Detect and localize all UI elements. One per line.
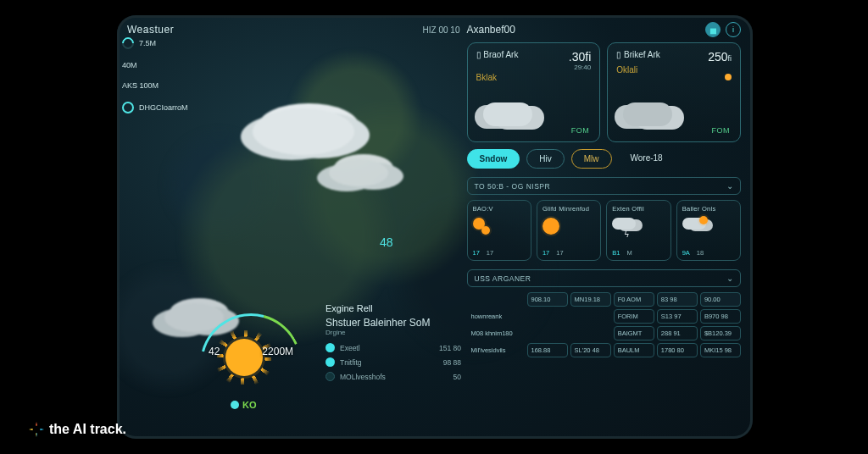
info-icon[interactable]: i xyxy=(726,22,741,37)
dot-icon xyxy=(231,401,239,409)
ko-indicator: KO xyxy=(231,400,257,410)
forecast-card[interactable]: Glifd Minrenfod 1717 xyxy=(537,200,601,261)
table-cell[interactable]: BAIGMT xyxy=(614,326,654,340)
chevron-down-icon: ⌄ xyxy=(726,274,734,283)
sun-gauge-right: 2200M xyxy=(262,346,293,357)
tab-row: Sndow Hiv Mlw Wore-18 xyxy=(467,149,742,169)
engine-row[interactable]: MOLlvesshofs 50 xyxy=(326,372,461,381)
engine-title: Exgine Rell xyxy=(326,303,461,313)
gauge-label: DHGCIoarroM xyxy=(139,103,188,112)
table-cell[interactable]: B970 98 xyxy=(700,309,741,324)
gauge-4[interactable]: DHGCIoarroM xyxy=(122,102,188,114)
gauge-1[interactable]: 7.5M xyxy=(122,37,188,49)
sun-icon xyxy=(225,339,263,376)
engine-rows: Exeetl 151 80 Tnitfitg 98 88 MOLlvesshof… xyxy=(326,343,461,381)
cloud-bolt-icon: ϟ xyxy=(612,218,631,236)
engine-row[interactable]: Tnitfitg 98 88 xyxy=(326,357,461,367)
tab-mlw[interactable]: Mlw xyxy=(571,149,612,169)
tab-hiv[interactable]: Hiv xyxy=(526,149,564,169)
col-header: 908.10 xyxy=(527,292,568,307)
weather-card[interactable]: ▯ Brikef Ark 250fi Oklali FOM xyxy=(607,42,741,142)
gauge-label: 7.5M xyxy=(139,39,156,47)
ring-icon xyxy=(120,35,136,52)
cloud-icon xyxy=(329,159,388,186)
status-badge: FOM xyxy=(571,126,590,135)
cloud-sun-icon xyxy=(682,218,701,236)
right-header: Axanbef00 ▅ i xyxy=(467,22,742,37)
hz-readout: HIZ 00 10 xyxy=(423,25,460,35)
weather-card-sub: Oklali xyxy=(616,65,732,75)
weather-card-sub: Bklak xyxy=(476,73,592,82)
gauge-3[interactable]: AKS 100M xyxy=(122,81,188,90)
map-panel: Weastuer HIZ 00 10 7.5M 40M AKS 100M DHG… xyxy=(117,15,467,439)
table-cell xyxy=(570,309,611,324)
table-cell xyxy=(527,309,568,324)
dot-icon xyxy=(326,357,335,367)
engine-block: Exgine Rell Shstuer Baleinher SoM Drgine… xyxy=(326,303,461,381)
table-corner xyxy=(467,292,525,307)
table-cell xyxy=(527,326,568,340)
left-header: Weastuer HIZ 00 10 xyxy=(127,22,460,37)
map-center-value: 48 xyxy=(380,235,393,249)
watermark: the AI track. xyxy=(29,422,126,437)
table-cell xyxy=(570,326,611,340)
sun-multi-icon xyxy=(473,218,492,236)
chat-icon[interactable]: ▅ xyxy=(705,22,721,37)
row-label: M08 khnim180 xyxy=(467,326,525,340)
dot-icon xyxy=(326,343,335,352)
app-title: Weastuer xyxy=(127,24,174,36)
weather-card-row: ▯ Braof Ark .30fi 29:40 Bklak FOM ▯ Brik… xyxy=(467,42,742,142)
row-label: Mil'ivesidviis xyxy=(467,343,525,357)
col-header: 83 98 xyxy=(657,292,698,307)
gauge-label: AKS 100M xyxy=(122,81,159,90)
tab-wore[interactable]: Wore-18 xyxy=(619,149,675,169)
weather-card[interactable]: ▯ Braof Ark .30fi 29:40 Bklak FOM xyxy=(467,42,601,142)
engine-subtitle2: Drgine xyxy=(326,329,461,336)
gauge-column: 7.5M 40M AKS 100M DHGCIoarroM xyxy=(122,37,188,114)
data-panel: Axanbef00 ▅ i ▯ Braof Ark .30fi 29:40 Bk… xyxy=(467,15,754,439)
forecast-card[interactable]: Baller Onls 9A18 xyxy=(676,200,741,261)
engine-subtitle: Shstuer Baleinher SoM xyxy=(326,317,461,329)
spark-icon xyxy=(29,422,44,437)
table-cell[interactable]: BAULM xyxy=(614,343,654,357)
data-table: 908.10 MN19.18 F0 AOM 83 98 90.00 hownre… xyxy=(467,292,742,357)
col-header: 90.00 xyxy=(700,292,741,307)
cloud-icon xyxy=(623,102,672,126)
table-cell[interactable]: S13 97 xyxy=(657,309,698,324)
sun-icon xyxy=(542,218,561,236)
table-cell[interactable]: MKI15 98 xyxy=(700,343,741,357)
forecast-row: BAO:V 1717 Glifd Minrenfod 1717 Exten Of… xyxy=(467,200,742,261)
cloud-icon xyxy=(483,102,532,126)
col-header: F0 AOM xyxy=(614,292,654,307)
table-cell[interactable]: 1780 80 xyxy=(657,343,698,357)
cloud-icon xyxy=(253,108,354,155)
sun-gauge-readout: 42 2200M xyxy=(209,346,293,357)
table-cell[interactable]: 168.88 xyxy=(527,343,568,357)
dot-icon xyxy=(326,372,335,381)
col-header: MN19.18 xyxy=(570,292,611,307)
tab-sndow[interactable]: Sndow xyxy=(467,149,520,169)
forecast-card[interactable]: BAO:V 1717 xyxy=(467,200,531,261)
table-cell[interactable]: $B120.39 xyxy=(700,326,741,340)
status-badge: FOM xyxy=(712,126,731,135)
gauge-2[interactable]: 40M xyxy=(122,61,188,69)
tablet-frame: Weastuer HIZ 00 10 7.5M 40M AKS 100M DHG… xyxy=(117,15,753,439)
chevron-down-icon: ⌄ xyxy=(726,181,734,191)
sun-icon xyxy=(725,74,732,80)
table-cell[interactable]: 288 91 xyxy=(657,326,698,340)
section-header-2[interactable]: USS ARGANER ⌄ xyxy=(467,269,742,287)
sun-gauge-left: 42 xyxy=(209,346,220,357)
section-header-1[interactable]: TO 50:B - OG NISPR ⌄ xyxy=(467,177,742,195)
row-label: hownreank xyxy=(467,309,525,324)
gauge-label: 40M xyxy=(122,61,137,69)
table-cell[interactable]: SL'20 48 xyxy=(570,343,611,357)
ring-icon xyxy=(122,102,134,114)
engine-row[interactable]: Exeetl 151 80 xyxy=(326,343,461,352)
location-title: Axanbef00 xyxy=(467,24,515,36)
table-cell[interactable]: FORIM xyxy=(614,309,654,324)
forecast-card[interactable]: Exten Offil ϟ B1M xyxy=(606,200,670,261)
